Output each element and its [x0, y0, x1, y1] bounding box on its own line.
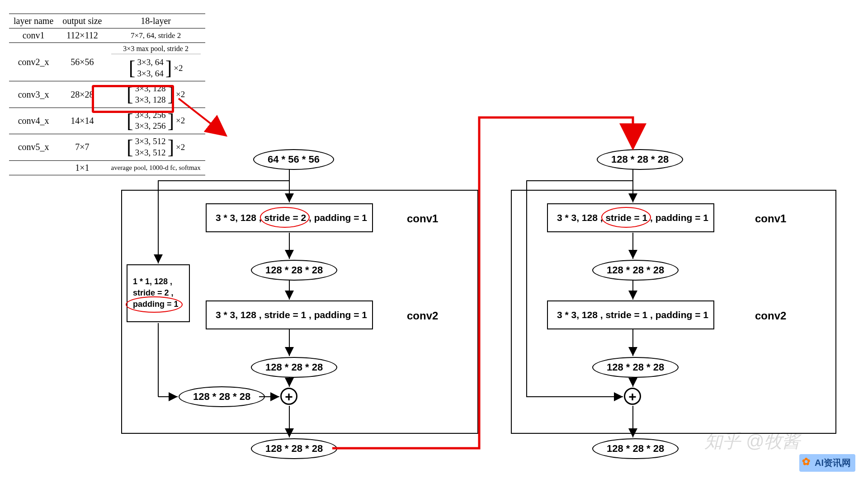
watermark-zhihu: 知乎 @牧酱: [704, 429, 800, 454]
left-conv1-label: conv1: [407, 212, 438, 225]
left-side-out-ellipse: 128 * 28 * 28: [179, 386, 265, 407]
right-conv2-label: conv2: [755, 310, 786, 322]
row-last: 1×1 average pool, 1000-d fc, softmax: [9, 160, 205, 175]
left-out-ellipse: 128 * 28 * 28: [251, 438, 337, 459]
watermark-ai: AI资讯网: [799, 454, 855, 472]
row-conv1: conv1 112×112 7×7, 64, stride 2: [9, 28, 205, 43]
left-shortcut-box: 1 * 1, 128 , stride = 2 , padding = 1: [127, 264, 190, 322]
row-conv2: conv2_x 56×56 3×3 max pool, stride 2 [ 3…: [9, 43, 205, 81]
right-plus-icon: +: [624, 388, 641, 405]
left-conv2-label: conv2: [407, 310, 438, 322]
red-highlight-conv3: [92, 85, 174, 113]
right-in-ellipse: 128 * 28 * 28: [597, 149, 683, 170]
right-mid1-ellipse: 128 * 28 * 28: [592, 260, 679, 281]
right-out-ellipse: 128 * 28 * 28: [592, 438, 679, 459]
th-out: output size: [58, 14, 106, 28]
left-plus-icon: +: [280, 388, 297, 405]
th-layer: layer name: [9, 14, 58, 28]
left-conv1-box: 3 * 3, 128 , stride = 2 , padding = 1: [206, 203, 373, 232]
th-cfg: 18-layer: [107, 14, 205, 28]
left-mid2-ellipse: 128 * 28 * 28: [251, 357, 337, 378]
right-conv1-box: 3 * 3, 128 , stride = 1 , padding = 1: [547, 203, 714, 232]
right-mid2-ellipse: 128 * 28 * 28: [592, 357, 679, 378]
left-mid1-ellipse: 128 * 28 * 28: [251, 260, 337, 281]
right-conv1-label: conv1: [755, 212, 786, 225]
left-conv2-box: 3 * 3, 128 , stride = 1 , padding = 1: [206, 300, 373, 329]
row-conv5: conv5_x 7×7 [ 3×3, 5123×3, 512 ] ×2: [9, 134, 205, 160]
left-in-ellipse: 64 * 56 * 56: [253, 149, 334, 170]
right-conv2-box: 3 * 3, 128 , stride = 1 , padding = 1: [547, 300, 714, 329]
